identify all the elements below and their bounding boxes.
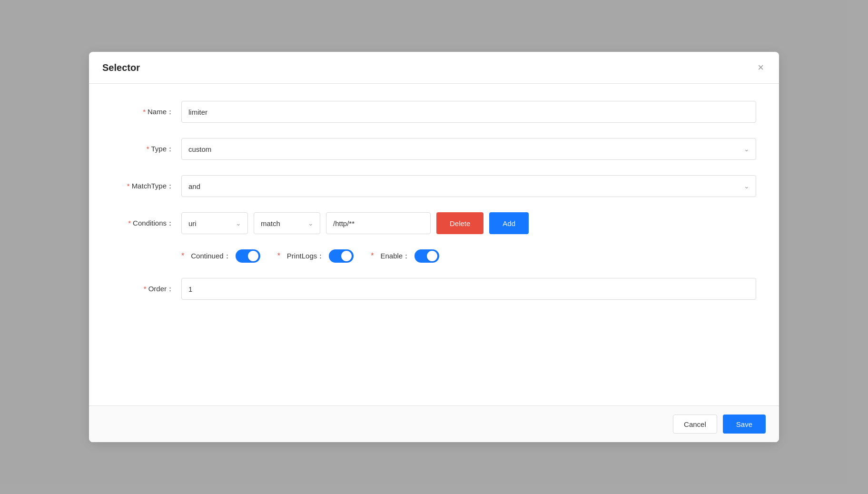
type-select[interactable]: custom default [181,138,756,160]
dialog-header: Selector × [89,52,779,84]
matchtype-select-wrapper: and or ⌄ [181,175,756,197]
continued-label: Continued： [191,252,230,261]
name-required-star: * [143,108,146,116]
type-required-star: * [147,145,149,153]
matchtype-row: *MatchType： and or ⌄ [112,175,756,197]
enable-required-star: * [371,252,374,260]
name-row: *Name： [112,101,756,123]
matchtype-label: *MatchType： [112,182,174,191]
delete-button[interactable]: Delete [436,212,483,234]
conditions-row: *Conditions： uri host method header ⌄ [112,212,756,234]
condition-field-select[interactable]: uri host method header [181,212,248,234]
condition-field-wrapper: uri host method header ⌄ [181,212,248,234]
body-spacer [112,315,756,388]
toggles-container: * Continued： * PrintLogs： [181,249,439,263]
enable-toggle[interactable] [414,249,439,263]
continued-toggle[interactable] [236,249,260,263]
continued-required-star: * [181,252,184,260]
name-label: *Name： [112,108,174,117]
printlogs-label: PrintLogs： [287,252,324,261]
conditions-label: *Conditions： [112,219,174,228]
conditions-required-star: * [128,219,131,227]
dialog-overlay: Selector × *Name： *Type： custom [0,0,868,494]
add-button[interactable]: Add [489,212,529,234]
type-label: *Type： [112,145,174,154]
order-label: *Order： [112,285,174,294]
toggles-row: * Continued： * PrintLogs： [181,249,756,263]
printlogs-toggle[interactable] [329,249,354,263]
enable-group: * Enable： [371,249,439,263]
matchtype-required-star: * [127,182,130,190]
printlogs-group: * PrintLogs： [277,249,354,263]
selector-dialog: Selector × *Name： *Type： custom [89,52,779,442]
enable-label: Enable： [380,252,410,261]
type-row: *Type： custom default ⌄ [112,138,756,160]
printlogs-required-star: * [277,252,280,260]
dialog-body: *Name： *Type： custom default ⌄ [89,84,779,405]
cancel-button[interactable]: Cancel [673,415,717,434]
matchtype-select[interactable]: and or [181,175,756,197]
dialog-title: Selector [102,62,140,73]
condition-match-select[interactable]: match prefix exact regex [254,212,320,234]
condition-match-wrapper: match prefix exact regex ⌄ [254,212,320,234]
continued-thumb [248,251,258,261]
save-button[interactable]: Save [723,415,766,434]
condition-value-input[interactable] [326,212,431,234]
conditions-inputs: uri host method header ⌄ match prefix ex… [181,212,529,234]
type-select-wrapper: custom default ⌄ [181,138,756,160]
order-required-star: * [144,285,147,293]
order-row: *Order： [112,278,756,300]
close-button[interactable]: × [756,60,766,75]
dialog-footer: Cancel Save [89,405,779,442]
order-input[interactable] [181,278,756,300]
continued-group: * Continued： [181,249,260,263]
name-input[interactable] [181,101,756,123]
